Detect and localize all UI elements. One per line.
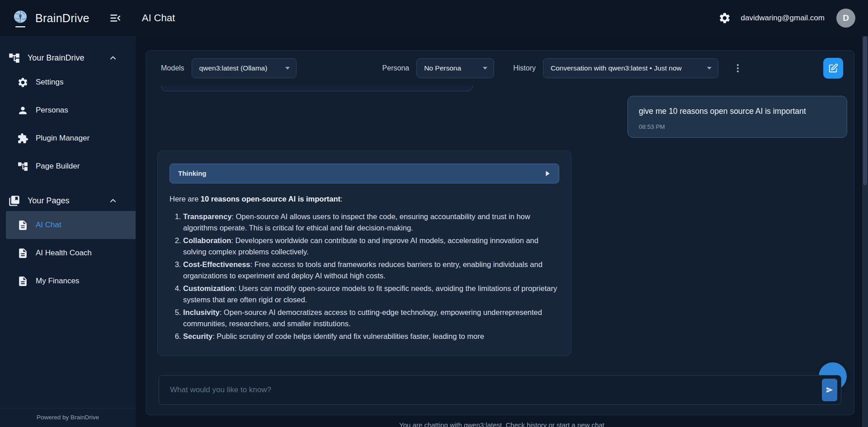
sidebar: Your BrainDrive Settings: [0, 36, 136, 427]
pages-icon: [8, 195, 20, 207]
sidebar-section-your-pages: Your Pages AI Chat: [0, 190, 136, 295]
list-item-term: Inclusivity: [183, 308, 220, 316]
intro-suffix: :: [340, 195, 343, 203]
history-label: History: [513, 64, 536, 72]
main-content: Models qwen3:latest (Ollama) Persona No …: [136, 36, 868, 427]
document-icon: [17, 276, 28, 287]
list-item: Cost-Effectiveness: Free access to tools…: [183, 259, 559, 282]
section-label: Your Pages: [28, 196, 101, 206]
intro-prefix: Here are: [170, 195, 201, 203]
caret-down-icon: [285, 67, 290, 70]
sidebar-footer: Powered by BrainDrive: [0, 408, 136, 427]
person-icon: [17, 105, 28, 116]
page-scrollbar[interactable]: [862, 36, 868, 427]
sitemap-icon: [8, 52, 20, 64]
braindrive-logo-icon: [11, 8, 30, 28]
assistant-reasons-list: Transparency: Open-source AI allows user…: [170, 211, 559, 343]
brand: BrainDrive: [11, 8, 90, 28]
chat-panel: Models qwen3:latest (Ollama) Persona No …: [146, 50, 854, 415]
user-message-row: give me 10 reasons open source AI is imp…: [157, 96, 847, 138]
list-item-text: : Open-source AI allows users to inspect…: [183, 212, 530, 232]
thinking-label: Thinking: [178, 169, 544, 177]
sidebar-item-label: Settings: [36, 78, 63, 87]
list-item-text: : Open-source AI democratizes access to …: [183, 308, 542, 328]
list-item: Transparency: Open-source AI allows user…: [183, 211, 559, 234]
thinking-toggle[interactable]: Thinking: [170, 164, 559, 183]
chevron-up-icon: [108, 196, 118, 205]
caret-down-icon: [707, 67, 712, 70]
section-header-your-pages[interactable]: Your Pages: [0, 190, 136, 211]
chat-input[interactable]: [170, 385, 822, 394]
intro-bold: 10 reasons open-source AI is important: [201, 195, 340, 203]
list-item-text: : Public scrutiny of code helps identify…: [212, 332, 484, 340]
sidebar-item-ai-chat[interactable]: AI Chat: [6, 211, 136, 239]
list-item: Customization: Users can modify open-sou…: [183, 283, 559, 305]
chat-toolbar: Models qwen3:latest (Ollama) Persona No …: [146, 51, 854, 86]
chat-message-list[interactable]: give me 10 reasons open source AI is imp…: [146, 86, 854, 371]
list-item-text: : Users can modify open-source models to…: [183, 284, 557, 304]
sitemap-icon: [17, 161, 28, 172]
user-message-bubble: give me 10 reasons open source AI is imp…: [627, 96, 847, 138]
scrollbar-thumb[interactable]: [863, 36, 867, 185]
sidebar-item-label: AI Health Coach: [36, 249, 92, 258]
sidebar-item-personas[interactable]: Personas: [0, 96, 136, 124]
send-icon: [826, 386, 833, 394]
sidebar-collapse-button[interactable]: [109, 12, 121, 24]
sidebar-item-my-finances[interactable]: My Finances: [0, 267, 136, 295]
composer-wrap: [146, 371, 854, 415]
kebab-icon: [734, 63, 742, 73]
gear-icon: [718, 12, 731, 24]
user-email: davidwaring@gmail.com: [741, 14, 825, 23]
list-item-text: : Developers worldwide can contribute to…: [183, 236, 538, 256]
list-item-term: Transparency: [183, 212, 231, 221]
document-icon: [17, 220, 28, 231]
brand-name: BrainDrive: [35, 12, 90, 25]
sidebar-item-label: Page Builder: [36, 162, 80, 171]
expand-arrow-icon: [544, 170, 551, 177]
sidebar-item-label: AI Chat: [36, 221, 61, 230]
history-dropdown[interactable]: Conversation with qwen3:latest • Just no…: [543, 58, 718, 78]
edit-square-icon: [828, 63, 838, 73]
models-dropdown[interactable]: qwen3:latest (Ollama): [192, 58, 297, 78]
settings-button[interactable]: [718, 12, 731, 24]
sidebar-item-label: My Finances: [36, 277, 79, 286]
avatar[interactable]: D: [836, 9, 855, 28]
chevron-up-icon: [108, 53, 118, 62]
puzzle-icon: [17, 133, 28, 144]
persona-label: Persona: [382, 64, 410, 72]
list-item: Inclusivity: Open-source AI democratizes…: [183, 307, 559, 329]
sidebar-item-ai-health-coach[interactable]: AI Health Coach: [0, 239, 136, 267]
list-item-term: Security: [183, 332, 212, 340]
sidebar-item-page-builder[interactable]: Page Builder: [0, 152, 136, 180]
list-item-term: Cost-Effectiveness: [183, 260, 250, 268]
sidebar-section-your-braindrive: Your BrainDrive Settings: [0, 47, 136, 180]
assistant-intro: Here are 10 reasons open-source AI is im…: [170, 193, 559, 205]
partial-scrolled-message: [161, 86, 473, 91]
models-dropdown-value: qwen3:latest (Ollama): [199, 64, 281, 72]
sidebar-item-label: Plugin Manager: [36, 134, 90, 143]
list-item: Collaboration: Developers worldwide can …: [183, 235, 559, 258]
list-item-term: Collaboration: [183, 236, 231, 244]
send-button[interactable]: [822, 379, 837, 401]
composer: [159, 375, 841, 405]
gear-icon: [17, 77, 28, 88]
caret-down-icon: [483, 67, 487, 70]
assistant-message-bubble: Thinking Here are 10 reasons open-source…: [157, 150, 571, 356]
history-dropdown-value: Conversation with qwen3:latest • Just no…: [551, 64, 703, 72]
page-title: AI Chat: [142, 12, 175, 24]
collapse-menu-icon: [109, 12, 121, 24]
user-message-timestamp: 08:53 PM: [639, 123, 836, 130]
list-item: Security: Public scrutiny of code helps …: [183, 331, 559, 342]
section-header-your-braindrive[interactable]: Your BrainDrive: [0, 47, 136, 68]
sidebar-item-plugin-manager[interactable]: Plugin Manager: [0, 124, 136, 152]
avatar-initial: D: [843, 13, 849, 23]
document-icon: [17, 248, 28, 259]
sidebar-item-settings[interactable]: Settings: [0, 68, 136, 96]
persona-dropdown-value: No Persona: [424, 64, 478, 72]
models-label: Models: [161, 64, 184, 72]
new-chat-button[interactable]: [823, 58, 843, 79]
persona-dropdown[interactable]: No Persona: [416, 58, 494, 78]
sidebar-item-label: Personas: [36, 106, 68, 115]
more-options-button[interactable]: [731, 61, 745, 76]
section-label: Your BrainDrive: [28, 53, 101, 63]
